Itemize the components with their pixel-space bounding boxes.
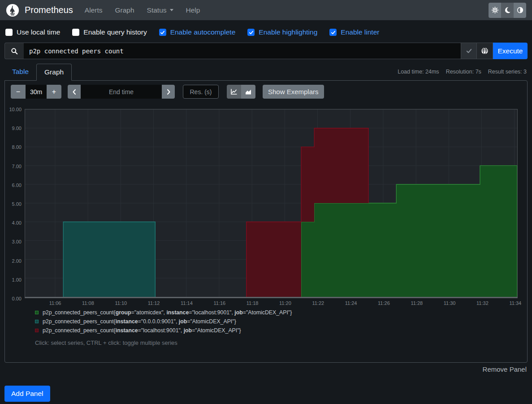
y-axis-tick-label: 4.00 — [3, 220, 22, 226]
checkbox-label: Use local time — [17, 28, 60, 36]
stat-item: Result series: 3 — [488, 69, 527, 75]
remove-panel-row: Remove Panel — [5, 365, 527, 374]
checked-checkbox-icon[interactable] — [159, 29, 166, 36]
x-axis-tick-label: 11:08 — [82, 300, 94, 306]
nav-link-alerts[interactable]: Alerts — [85, 6, 103, 14]
y-axis-tick-label: 1.00 — [3, 277, 22, 282]
checkbox-label: Enable autocomplete — [170, 28, 236, 36]
y-axis-tick-label: 6.00 — [3, 182, 22, 188]
range-control: − + — [11, 85, 61, 99]
y-axis-tick-label: 7.00 — [3, 164, 22, 169]
stacked-area-chart — [25, 109, 517, 297]
line-chart-icon[interactable] — [227, 85, 241, 99]
legend-series-name: p2p_connected_peers_count{group="atomicd… — [43, 309, 292, 316]
time-back-chevron-left-icon[interactable] — [68, 85, 81, 99]
y-axis-tick-label: 2.00 — [3, 258, 22, 264]
nav-links: AlertsGraphStatusHelp — [85, 6, 200, 14]
y-axis-tick-label: 8.00 — [3, 144, 22, 150]
series-legend: p2p_connected_peers_count{group="atomicd… — [35, 309, 527, 334]
y-axis-tick-label: 9.00 — [3, 126, 22, 131]
checkbox-enable-autocomplete[interactable]: Enable autocomplete — [159, 28, 236, 36]
options-row: Use local timeEnable query historyEnable… — [0, 24, 532, 40]
stacked-chart-icon[interactable] — [241, 85, 255, 99]
x-axis-tick-label: 11:24 — [345, 300, 357, 306]
chart-area: 0.001.002.003.004.005.006.007.008.009.00… — [25, 109, 518, 298]
range-input[interactable] — [26, 85, 47, 99]
tab-table[interactable]: Table — [4, 64, 36, 81]
x-axis-tick-label: 11:28 — [411, 300, 423, 306]
legend-swatch-icon — [35, 329, 39, 332]
increase-range-button[interactable]: + — [47, 85, 61, 99]
checked-checkbox-icon[interactable] — [329, 29, 337, 36]
stat-item: Resolution: 7s — [446, 69, 481, 75]
x-axis-tick-label: 11:10 — [115, 300, 127, 306]
y-axis-tick-label: 3.00 — [3, 239, 22, 244]
checkbox-label: Enable highlighting — [259, 28, 317, 36]
graph-panel: − + — [4, 80, 528, 363]
chevron-down-icon — [170, 9, 173, 11]
legend-hint: Click: select series, CTRL + click: togg… — [35, 339, 527, 346]
x-axis-tick-label: 11:14 — [181, 300, 193, 306]
x-axis-tick-label: 11:32 — [476, 300, 489, 306]
app-title: Prometheus — [25, 5, 73, 15]
tab-graph[interactable]: Graph — [36, 64, 72, 81]
decrease-range-button[interactable]: − — [11, 85, 26, 99]
query-bar: Execute — [4, 43, 528, 59]
graph-toolbar: − + — [5, 81, 527, 103]
end-time-control — [68, 85, 175, 99]
unchecked-checkbox-icon[interactable] — [5, 29, 13, 36]
legend-item[interactable]: p2p_connected_peers_count{instance="loca… — [35, 327, 527, 334]
show-exemplars-button[interactable]: Show Exemplars — [263, 85, 324, 99]
time-forward-chevron-right-icon[interactable] — [162, 85, 175, 99]
nav-link-help[interactable]: Help — [186, 6, 200, 14]
query-stats: Load time: 24msResolution: 7sResult seri… — [398, 69, 527, 75]
panel-tabs: Table Graph Load time: 24msResolution: 7… — [4, 64, 528, 80]
checkbox-enable-query-history[interactable]: Enable query history — [72, 28, 147, 36]
navbar: Prometheus AlertsGraphStatusHelp — [0, 0, 532, 20]
x-axis-tick-label: 11:12 — [148, 300, 160, 306]
series-area-1 — [63, 222, 155, 297]
legend-item[interactable]: p2p_connected_peers_count{group="atomicd… — [35, 309, 527, 316]
x-axis-tick-label: 11:16 — [213, 300, 225, 306]
chart-type-toggle — [227, 85, 255, 99]
auto-theme-contrast-icon[interactable] — [514, 3, 526, 18]
search-icon — [4, 43, 24, 59]
lint-check-icon — [461, 43, 477, 59]
y-axis-tick-label: 0.00 — [3, 296, 22, 301]
metrics-explorer-globe-icon[interactable] — [477, 43, 493, 59]
theme-button-group — [489, 3, 526, 18]
unchecked-checkbox-icon[interactable] — [72, 29, 79, 36]
plot-canvas[interactable]: 0.001.002.003.004.005.006.007.008.009.00… — [25, 109, 518, 298]
remove-panel-link[interactable]: Remove Panel — [483, 365, 527, 373]
add-panel-button[interactable]: Add Panel — [4, 386, 50, 402]
y-axis-tick-label: 10.00 — [3, 107, 22, 112]
y-axis-tick-label: 5.00 — [3, 201, 22, 207]
legend-swatch-icon — [35, 320, 39, 323]
checkbox-label: Enable linter — [341, 28, 379, 36]
checkbox-enable-highlighting[interactable]: Enable highlighting — [247, 28, 317, 36]
nav-link-graph[interactable]: Graph — [115, 6, 134, 14]
x-axis-tick-label: 11:34 — [509, 300, 521, 306]
x-axis-tick-label: 11:30 — [444, 300, 456, 306]
settings-gear-icon[interactable] — [489, 3, 501, 18]
query-input[interactable] — [24, 43, 461, 59]
x-axis-tick-label: 11:26 — [378, 300, 390, 306]
x-axis-tick-label: 11:20 — [279, 300, 291, 306]
checkbox-enable-linter[interactable]: Enable linter — [329, 28, 379, 36]
checkbox-label: Enable query history — [83, 28, 147, 36]
dark-theme-moon-icon[interactable] — [501, 3, 514, 18]
legend-item[interactable]: p2p_connected_peers_count{instance="0.0.… — [35, 318, 527, 325]
prometheus-brand[interactable]: Prometheus — [6, 4, 85, 17]
checked-checkbox-icon[interactable] — [247, 29, 255, 36]
x-axis-tick-label: 11:06 — [49, 300, 61, 306]
legend-series-name: p2p_connected_peers_count{instance="loca… — [43, 327, 241, 334]
x-axis-tick-label: 11:18 — [247, 300, 259, 306]
legend-swatch-icon — [35, 311, 39, 314]
end-time-input[interactable] — [81, 85, 162, 99]
resolution-input[interactable] — [183, 85, 219, 99]
checkbox-use-local-time[interactable]: Use local time — [5, 28, 60, 36]
legend-series-name: p2p_connected_peers_count{instance="0.0.… — [43, 318, 236, 325]
prometheus-logo-icon — [6, 4, 19, 17]
nav-link-status[interactable]: Status — [147, 6, 173, 14]
execute-button[interactable]: Execute — [493, 43, 528, 59]
